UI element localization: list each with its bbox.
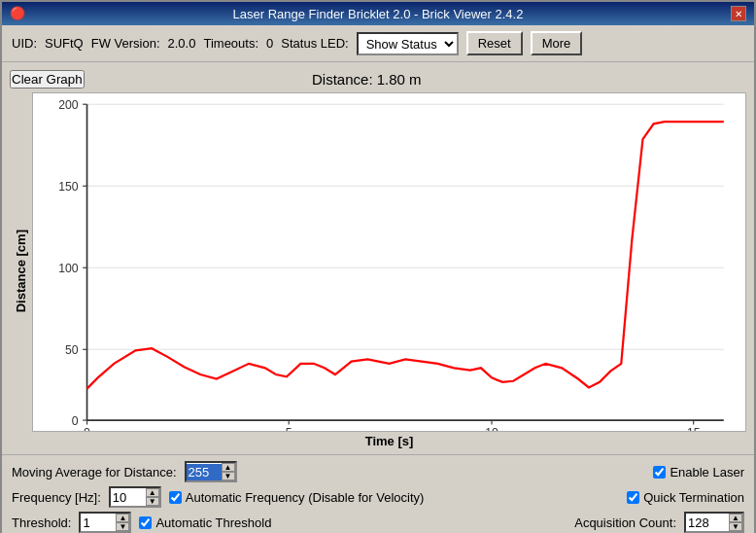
threshold-section: Threshold: ▲ ▼ Automatic Threshold bbox=[12, 512, 271, 533]
enable-laser-label: Enable Laser bbox=[670, 465, 744, 480]
threshold-input[interactable] bbox=[81, 515, 116, 531]
svg-text:200: 200 bbox=[58, 98, 79, 112]
chart-svg: 200 150 100 50 0 0 5 bbox=[32, 92, 746, 432]
bottom-controls: Moving Average for Distance: ▲ ▼ Enable … bbox=[2, 454, 754, 533]
acquisition-count-up[interactable]: ▲ bbox=[729, 514, 742, 522]
svg-text:5: 5 bbox=[286, 426, 292, 431]
threshold-down[interactable]: ▼ bbox=[116, 522, 129, 531]
acquisition-count-down[interactable]: ▼ bbox=[729, 522, 742, 531]
graph-container: Distance [cm] 200 bbox=[10, 92, 746, 450]
threshold-label: Threshold: bbox=[12, 515, 71, 530]
moving-avg-down[interactable]: ▼ bbox=[222, 472, 235, 480]
svg-text:150: 150 bbox=[58, 180, 79, 194]
close-button[interactable]: ✕ bbox=[731, 6, 746, 21]
status-led-label: Status LED: bbox=[281, 36, 348, 51]
chart-svg-element: 200 150 100 50 0 0 5 bbox=[33, 93, 745, 431]
x-axis-label: Time [s] bbox=[32, 432, 746, 450]
moving-avg-up[interactable]: ▲ bbox=[222, 463, 235, 472]
frequency-section: Frequency [Hz]: ▲ ▼ Automatic Frequency … bbox=[12, 486, 424, 508]
fw-label: FW Version: bbox=[91, 36, 160, 51]
auto-frequency-row: Automatic Frequency (Disable for Velocit… bbox=[169, 490, 425, 505]
auto-threshold-row: Automatic Threshold bbox=[139, 515, 271, 530]
title-bar: 🔴 Laser Range Finder Bricklet 2.0 - Bric… bbox=[2, 2, 754, 25]
svg-text:0: 0 bbox=[72, 414, 79, 428]
moving-avg-section: Moving Average for Distance: ▲ ▼ bbox=[12, 461, 237, 482]
svg-text:10: 10 bbox=[485, 426, 498, 431]
quick-termination-section: Quick Termination bbox=[627, 490, 744, 505]
frequency-up[interactable]: ▲ bbox=[146, 488, 159, 497]
uid-value: SUFtQ bbox=[45, 36, 84, 51]
frequency-spinners: ▲ ▼ bbox=[146, 488, 159, 506]
control-row-3: Threshold: ▲ ▼ Automatic Threshold Acqui… bbox=[12, 512, 744, 533]
status-led-select[interactable]: Show Status Off On Heartbeat bbox=[357, 32, 459, 55]
quick-termination-row: Quick Termination bbox=[627, 490, 744, 505]
auto-frequency-label: Automatic Frequency (Disable for Velocit… bbox=[186, 490, 425, 505]
svg-text:100: 100 bbox=[58, 262, 79, 275]
svg-text:50: 50 bbox=[65, 343, 79, 357]
fw-value: 2.0.0 bbox=[168, 36, 196, 51]
main-window: 🔴 Laser Range Finder Bricklet 2.0 - Bric… bbox=[0, 0, 756, 533]
enable-laser-row: Enable Laser bbox=[653, 465, 744, 480]
moving-avg-input[interactable] bbox=[187, 464, 222, 480]
enable-laser-checkbox[interactable] bbox=[653, 466, 666, 479]
threshold-spinners: ▲ ▼ bbox=[116, 514, 129, 531]
control-row-2: Frequency [Hz]: ▲ ▼ Automatic Frequency … bbox=[12, 486, 744, 508]
window-title: Laser Range Finder Bricklet 2.0 - Brick … bbox=[25, 7, 731, 21]
acquisition-count-input-wrapper: ▲ ▼ bbox=[684, 512, 744, 533]
quick-termination-checkbox[interactable] bbox=[627, 491, 639, 504]
distance-display: Distance: 1.80 m bbox=[312, 71, 422, 88]
quick-termination-label: Quick Termination bbox=[643, 490, 744, 505]
svg-text:0: 0 bbox=[84, 426, 90, 431]
frequency-input[interactable] bbox=[111, 489, 146, 506]
uid-label: UID: bbox=[12, 36, 37, 51]
acquisition-count-spinners: ▲ ▼ bbox=[729, 514, 742, 531]
acquisition-count-section: Acquisition Count: ▲ ▼ bbox=[574, 512, 744, 533]
frequency-label: Frequency [Hz]: bbox=[12, 490, 101, 505]
svg-text:15: 15 bbox=[687, 426, 701, 431]
auto-threshold-checkbox[interactable] bbox=[139, 516, 152, 529]
threshold-input-wrapper: ▲ ▼ bbox=[79, 512, 131, 533]
frequency-input-wrapper: ▲ ▼ bbox=[109, 486, 161, 508]
timeouts-label: Timeouts: bbox=[203, 36, 258, 51]
acquisition-count-input[interactable] bbox=[686, 515, 729, 531]
frequency-down[interactable]: ▼ bbox=[146, 497, 159, 506]
acquisition-count-label: Acquisition Count: bbox=[574, 515, 676, 530]
clear-graph-button[interactable]: Clear Graph bbox=[10, 70, 85, 89]
graph-area: Clear Graph Distance: 1.80 m Distance [c… bbox=[2, 62, 754, 454]
threshold-up[interactable]: ▲ bbox=[116, 514, 129, 522]
toolbar: UID: SUFtQ FW Version: 2.0.0 Timeouts: 0… bbox=[2, 25, 754, 62]
graph-header: Clear Graph Distance: 1.80 m bbox=[10, 66, 746, 92]
timeouts-value: 0 bbox=[266, 36, 273, 51]
more-button[interactable]: More bbox=[531, 31, 583, 55]
auto-frequency-checkbox[interactable] bbox=[169, 491, 182, 504]
chart-wrapper: 200 150 100 50 0 0 5 bbox=[32, 92, 746, 450]
moving-avg-input-wrapper: ▲ ▼ bbox=[185, 461, 237, 482]
moving-avg-label: Moving Average for Distance: bbox=[12, 465, 177, 480]
app-icon: 🔴 bbox=[10, 6, 25, 21]
enable-laser-section: Enable Laser bbox=[653, 465, 744, 480]
y-axis-label: Distance [cm] bbox=[10, 92, 32, 450]
control-row-1: Moving Average for Distance: ▲ ▼ Enable … bbox=[12, 461, 744, 482]
reset-button[interactable]: Reset bbox=[466, 31, 523, 55]
moving-avg-spinners: ▲ ▼ bbox=[222, 463, 235, 480]
auto-threshold-label: Automatic Threshold bbox=[155, 515, 271, 530]
